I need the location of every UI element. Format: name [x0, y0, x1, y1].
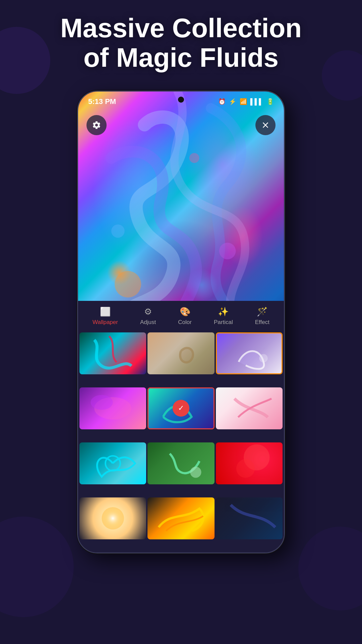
grid-item-6[interactable] — [216, 387, 283, 429]
hero-line1: Massive Collection — [20, 13, 342, 43]
wallpaper-thumb-4 — [79, 387, 146, 429]
color-icon: 🎨 — [180, 307, 190, 317]
wallpaper-thumb-11 — [147, 497, 214, 539]
bluetooth-icon: ⚡ — [229, 98, 236, 105]
hero-title: Massive Collection of Magic Fluids — [0, 13, 362, 72]
grid-item-12[interactable] — [216, 497, 283, 539]
svg-point-4 — [259, 354, 267, 362]
svg-point-1 — [111, 224, 125, 238]
grid-item-8[interactable] — [147, 442, 214, 484]
battery-icon: 🔋 — [266, 98, 274, 105]
selected-check-badge: ✓ — [173, 400, 189, 417]
wallpaper-display: 5:13 PM ⏰ ⚡ 📶 ▌▌▌ 🔋 — [78, 92, 284, 333]
wallpaper-thumb-2 — [147, 332, 214, 374]
settings-button[interactable] — [86, 115, 107, 135]
grid-item-2[interactable] — [147, 332, 214, 374]
effect-label: Effect — [255, 319, 269, 326]
alarm-icon: ⏰ — [218, 98, 226, 105]
wallpaper-thumb-12 — [216, 497, 283, 539]
svg-point-0 — [115, 271, 141, 298]
adjust-icon: ⚙ — [144, 307, 152, 317]
tab-adjust[interactable]: ⚙ Adjust — [135, 304, 161, 328]
wallpaper-thumb-8 — [147, 442, 214, 484]
grid-item-7[interactable] — [79, 442, 146, 484]
tab-color[interactable]: 🎨 Color — [173, 304, 197, 328]
wallpaper-thumb-3 — [217, 333, 282, 373]
hero-line2: of Magic Fluids — [20, 43, 342, 72]
grid-item-10[interactable] — [79, 497, 146, 539]
bg-decoration-4 — [298, 527, 362, 610]
status-time: 5:13 PM — [88, 97, 116, 106]
partical-label: Partical — [214, 319, 233, 326]
bg-decoration-3 — [0, 517, 74, 617]
close-icon — [261, 120, 270, 130]
grid-item-1[interactable] — [79, 332, 146, 374]
wallpaper-thumb-6 — [216, 387, 283, 429]
svg-point-10 — [236, 459, 255, 478]
grid-item-4[interactable] — [79, 387, 146, 429]
effect-icon: 🪄 — [257, 307, 267, 317]
svg-point-3 — [189, 153, 199, 163]
camera-notch — [178, 97, 184, 103]
wallpaper-thumb-9 — [216, 442, 283, 484]
gear-icon — [92, 120, 101, 130]
tab-effect[interactable]: 🪄 Effect — [250, 304, 275, 328]
wallpaper-grid: ✓ — [78, 331, 284, 552]
svg-point-2 — [219, 243, 236, 260]
svg-point-8 — [190, 467, 201, 478]
signal-icon: ▌▌▌ — [250, 98, 263, 105]
phone-frame: 5:13 PM ⏰ ⚡ 📶 ▌▌▌ 🔋 ⬜ W — [77, 91, 285, 553]
close-button[interactable] — [255, 115, 276, 135]
svg-point-6 — [90, 395, 113, 410]
grid-item-3[interactable] — [216, 332, 283, 374]
grid-item-9[interactable] — [216, 442, 283, 484]
adjust-label: Adjust — [140, 319, 156, 326]
wallpaper-icon: ⬜ — [100, 307, 111, 317]
wallpaper-thumb-1 — [79, 332, 146, 374]
tab-wallpaper[interactable]: ⬜ Wallpaper — [87, 304, 123, 328]
wifi-icon: 📶 — [240, 98, 247, 105]
tab-partical[interactable]: ✨ Partical — [209, 304, 238, 328]
wallpaper-thumb-7 — [79, 442, 146, 484]
wallpaper-label: Wallpaper — [93, 319, 118, 326]
color-label: Color — [178, 319, 192, 326]
status-icons: ⏰ ⚡ 📶 ▌▌▌ 🔋 — [218, 98, 274, 105]
bottom-toolbar: ⬜ Wallpaper ⚙ Adjust 🎨 Color ✨ Partical … — [78, 301, 284, 331]
partical-icon: ✨ — [218, 307, 229, 317]
wallpaper-thumb-10 — [79, 497, 146, 539]
fluid-art-svg — [78, 92, 284, 331]
svg-point-11 — [102, 507, 124, 529]
grid-item-5[interactable]: ✓ — [147, 387, 214, 429]
grid-item-11[interactable] — [147, 497, 214, 539]
